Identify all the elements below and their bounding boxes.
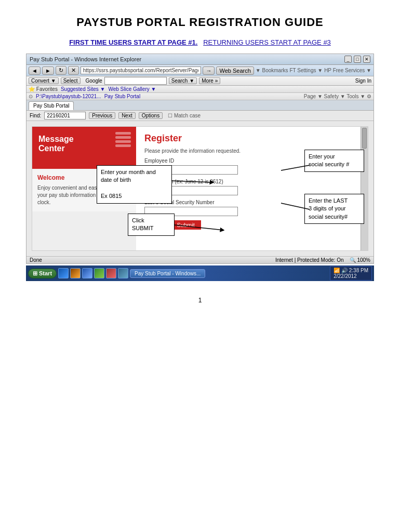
- returning-users-link[interactable]: RETURNING USERS START AT PAGE #3: [203, 38, 331, 46]
- back-nav-button[interactable]: ◄: [29, 66, 41, 75]
- find-matchcase: ☐ Match case: [168, 113, 201, 118]
- bookmarks-label: ▼ Bookmarks: [256, 68, 288, 73]
- browser-toolbar-row2: Convert ▼ Select Google Search ▼ More » …: [26, 76, 374, 86]
- volume-icon: 🔊: [341, 268, 348, 273]
- taskbar-right: 📶 🔊 2:38 PM 2/22/2012: [330, 266, 372, 281]
- scrollbar-thumb[interactable]: [362, 128, 367, 149]
- start-button[interactable]: ⊞ Start: [28, 269, 57, 278]
- find-previous-button[interactable]: Previous: [89, 112, 115, 119]
- find-next-button[interactable]: Next: [118, 112, 136, 119]
- address-bar[interactable]: [81, 66, 202, 74]
- google-search-input[interactable]: [104, 77, 167, 85]
- subtitle-row: FIRST TIME USERS START AT PAGE #1. RETUR…: [26, 38, 374, 46]
- web-slice-link[interactable]: Web Slice Gallery ▼: [108, 86, 156, 92]
- search-button[interactable]: Web Search: [216, 66, 254, 75]
- page-title: PAYSTUB PORTAL REGISTRATION GUIDE: [26, 16, 374, 29]
- dob-callout-box: Enter your month anddate of birthEx 0815: [97, 165, 172, 204]
- taskbar: ⊞ Start Pay Stub Portal - Windows... 📶 🔊…: [26, 265, 374, 281]
- app-taskbar-icon[interactable]: [106, 268, 116, 278]
- status-left: Done: [30, 257, 42, 263]
- ssn3-callout-text: Enter the LAST3 digits of yoursocial sec…: [309, 197, 348, 220]
- zoom-level: 🔍 100%: [350, 257, 370, 263]
- google-search-btn[interactable]: Search ▼: [169, 77, 197, 84]
- message-center-header: MessageCenter: [32, 127, 136, 169]
- app2-taskbar-icon[interactable]: [118, 268, 128, 278]
- hp-free-services-label: HP Free Services ▼: [324, 68, 371, 73]
- system-tray: 📶 🔊 2:38 PM 2/22/2012: [330, 266, 372, 281]
- ssn-callout-text: Enter yoursocial security #: [309, 153, 349, 167]
- browser-statusbar: Done Internet | Protected Mode: On 🔍 100…: [26, 256, 374, 263]
- ssn3-callout-box: Enter the LAST3 digits of yoursocial sec…: [304, 194, 364, 224]
- refresh-button[interactable]: ↻: [56, 66, 66, 75]
- submit-button[interactable]: Submit: [170, 220, 201, 230]
- dob-row: Date of Birth (ex: June 12 is 0612): [144, 179, 359, 195]
- browser-content-area: MessageCenter Welcome Enjoy convenient a…: [26, 121, 374, 256]
- more-btn[interactable]: More »: [199, 77, 220, 84]
- paystub-path-link[interactable]: P:\Paystub\paystub-12021...: [36, 94, 101, 99]
- tab-bar: Pay Stub Portal: [26, 100, 374, 111]
- browser-window: Pay Stub Portal - Windows Internet Explo…: [26, 54, 374, 264]
- browser-titlebar: Pay Stub Portal - Windows Internet Explo…: [26, 54, 374, 65]
- bookmarks-bar: ⭐ Favorites Suggested Sites ▼ Web Slice …: [26, 86, 374, 93]
- network-icon: 📶: [334, 268, 340, 273]
- close-button[interactable]: ✕: [363, 56, 370, 63]
- submit-callout-box: ClickSUBMIT: [128, 214, 175, 236]
- status-right: Internet | Protected Mode: On 🔍 100%: [275, 257, 370, 263]
- register-title: Register: [144, 133, 359, 144]
- find-label: Find:: [30, 113, 41, 118]
- stop-button[interactable]: ✕: [68, 66, 79, 75]
- convert-button[interactable]: Convert ▼: [29, 77, 59, 84]
- dob-callout-text: Enter your month anddate of birthEx 0815: [101, 169, 156, 199]
- windows-logo-icon: ⊞: [33, 270, 37, 277]
- nav-arrow: ⊙: [29, 94, 33, 99]
- active-tab[interactable]: Pay Stub Portal: [29, 101, 74, 110]
- go-button[interactable]: →: [203, 66, 215, 75]
- decorative-stripes: [115, 132, 131, 147]
- ssn-callout-box: Enter yoursocial security #: [304, 150, 364, 172]
- select-button[interactable]: Select: [61, 77, 81, 84]
- mail-taskbar-icon[interactable]: [82, 268, 92, 278]
- page-container: PAYSTUB PORTAL REGISTRATION GUIDE FIRST …: [0, 0, 400, 325]
- browser-main-toolbar: ◄ ► ↻ ✕ → Web Search ▼ Bookmarks FT Sett…: [26, 65, 374, 76]
- google-label: Google: [86, 78, 102, 84]
- find-bar: Find: Previous Next Options ☐ Match case: [26, 111, 374, 121]
- minimize-button[interactable]: _: [344, 56, 352, 63]
- suggested-sites-link[interactable]: Suggested Sites ▼: [61, 86, 105, 92]
- path-bar: ⊙ P:\Paystub\paystub-12021... Pay Stub P…: [26, 93, 374, 100]
- page-number: 1: [198, 297, 202, 304]
- favorites-label: ⭐ Favorites: [29, 86, 58, 92]
- scrollbar[interactable]: [361, 127, 368, 250]
- sign-in-link[interactable]: Sign In: [355, 78, 371, 84]
- submit-callout-text: ClickSUBMIT: [132, 217, 154, 231]
- find-input[interactable]: [44, 112, 86, 119]
- pay-stub-portal-link[interactable]: Pay Stub Portal: [104, 94, 140, 99]
- folder-taskbar-icon[interactable]: [70, 268, 81, 278]
- browser-title: Pay Stub Portal - Windows Internet Explo…: [30, 56, 342, 62]
- first-time-users-link[interactable]: FIRST TIME USERS START AT PAGE #1.: [69, 38, 197, 46]
- calendar-taskbar-icon[interactable]: [94, 268, 104, 278]
- register-page-inner: MessageCenter Welcome Enjoy convenient a…: [32, 126, 368, 251]
- active-window-btn[interactable]: Pay Stub Portal - Windows...: [130, 269, 205, 278]
- message-center-title: MessageCenter: [38, 135, 74, 153]
- ft-settings-label: FT Settings ▼: [290, 68, 323, 73]
- forward-nav-button[interactable]: ►: [42, 66, 54, 75]
- dob-label: Date of Birth (ex: June 12 is 0612): [144, 179, 359, 184]
- maximize-button[interactable]: □: [354, 56, 361, 63]
- find-options-button[interactable]: Options: [139, 112, 163, 119]
- page-footer: 1: [26, 297, 374, 304]
- ie-taskbar-icon[interactable]: [58, 268, 69, 278]
- page-tools: Page ▼ Safety ▼ Tools ▼ ⚙: [304, 94, 371, 99]
